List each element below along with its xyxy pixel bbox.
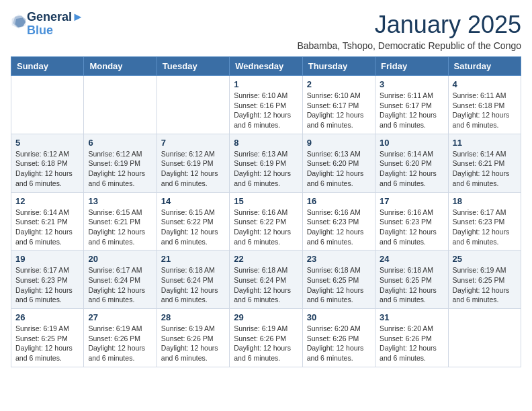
day-info: Sunrise: 6:10 AMSunset: 6:16 PMDaylight:… [234,91,298,130]
weekday-header: Tuesday [157,57,229,76]
day-number: 2 [307,79,371,89]
day-number: 30 [307,312,371,322]
day-info: Sunrise: 6:16 AMSunset: 6:23 PMDaylight:… [380,208,443,247]
day-info: Sunrise: 6:13 AMSunset: 6:19 PMDaylight:… [234,149,298,189]
day-number: 28 [161,312,225,322]
day-number: 5 [15,138,79,148]
calendar-week-row: 26Sunrise: 6:19 AMSunset: 6:25 PMDayligh… [11,309,521,367]
day-number: 19 [15,254,79,264]
calendar-week-row: 12Sunrise: 6:14 AMSunset: 6:21 PMDayligh… [11,192,521,250]
day-info: Sunrise: 6:12 AMSunset: 6:18 PMDaylight:… [15,149,79,189]
calendar-cell: 8Sunrise: 6:13 AMSunset: 6:19 PMDaylight… [230,134,302,192]
calendar-week-row: 19Sunrise: 6:17 AMSunset: 6:23 PMDayligh… [11,250,521,309]
day-info: Sunrise: 6:12 AMSunset: 6:19 PMDaylight:… [88,149,152,189]
calendar-table: SundayMondayTuesdayWednesdayThursdayFrid… [11,56,521,367]
day-number: 10 [380,138,443,148]
day-number: 16 [307,196,371,206]
calendar-cell: 27Sunrise: 6:19 AMSunset: 6:26 PMDayligh… [84,309,157,367]
logo-text-line1: General► [27,11,84,24]
day-number: 26 [15,312,79,322]
day-number: 31 [380,312,443,322]
day-info: Sunrise: 6:18 AMSunset: 6:24 PMDaylight:… [234,265,298,305]
day-info: Sunrise: 6:18 AMSunset: 6:25 PMDaylight:… [307,265,371,305]
day-info: Sunrise: 6:15 AMSunset: 6:22 PMDaylight:… [161,208,225,247]
weekday-header: Saturday [448,57,521,76]
calendar-cell: 1Sunrise: 6:10 AMSunset: 6:16 PMDaylight… [230,76,302,134]
day-number: 4 [453,79,517,89]
calendar-cell: 17Sunrise: 6:16 AMSunset: 6:23 PMDayligh… [375,192,448,250]
day-info: Sunrise: 6:15 AMSunset: 6:21 PMDaylight:… [88,208,152,247]
calendar-cell: 25Sunrise: 6:19 AMSunset: 6:25 PMDayligh… [448,250,521,309]
calendar-cell: 6Sunrise: 6:12 AMSunset: 6:19 PMDaylight… [84,134,157,192]
day-info: Sunrise: 6:16 AMSunset: 6:23 PMDaylight:… [307,208,371,247]
calendar-cell: 19Sunrise: 6:17 AMSunset: 6:23 PMDayligh… [11,250,84,309]
day-number: 12 [15,196,79,206]
calendar-cell: 3Sunrise: 6:11 AMSunset: 6:17 PMDaylight… [375,76,448,134]
day-info: Sunrise: 6:11 AMSunset: 6:18 PMDaylight:… [453,91,517,130]
calendar-cell: 24Sunrise: 6:18 AMSunset: 6:25 PMDayligh… [375,250,448,309]
day-info: Sunrise: 6:14 AMSunset: 6:21 PMDaylight:… [15,208,79,247]
calendar-cell: 26Sunrise: 6:19 AMSunset: 6:25 PMDayligh… [11,309,84,367]
weekday-header: Thursday [302,57,375,76]
day-info: Sunrise: 6:10 AMSunset: 6:17 PMDaylight:… [307,91,371,130]
calendar-cell: 10Sunrise: 6:14 AMSunset: 6:20 PMDayligh… [375,134,448,192]
logo-icon [11,13,27,30]
day-number: 1 [234,79,298,89]
day-info: Sunrise: 6:17 AMSunset: 6:23 PMDaylight:… [453,208,517,247]
day-info: Sunrise: 6:14 AMSunset: 6:21 PMDaylight:… [453,149,517,189]
weekday-header: Sunday [11,57,84,76]
calendar-cell: 2Sunrise: 6:10 AMSunset: 6:17 PMDaylight… [302,76,375,134]
location-subtitle: Babamba, Tshopo, Democratic Republic of … [297,40,521,51]
day-number: 13 [88,196,152,206]
day-info: Sunrise: 6:19 AMSunset: 6:25 PMDaylight:… [453,265,517,305]
calendar-cell: 22Sunrise: 6:18 AMSunset: 6:24 PMDayligh… [230,250,302,309]
calendar-cell: 7Sunrise: 6:12 AMSunset: 6:19 PMDaylight… [157,134,229,192]
calendar-cell: 16Sunrise: 6:16 AMSunset: 6:23 PMDayligh… [302,192,375,250]
logo-text-line2: Blue [27,24,84,38]
calendar-cell: 14Sunrise: 6:15 AMSunset: 6:22 PMDayligh… [157,192,229,250]
day-number: 20 [88,254,152,264]
day-info: Sunrise: 6:20 AMSunset: 6:26 PMDaylight:… [380,324,443,363]
logo: General► Blue [11,11,84,38]
day-number: 23 [307,254,371,264]
day-info: Sunrise: 6:19 AMSunset: 6:26 PMDaylight:… [161,324,225,363]
calendar-week-row: 1Sunrise: 6:10 AMSunset: 6:16 PMDaylight… [11,76,521,134]
day-number: 21 [161,254,225,264]
day-number: 18 [453,196,517,206]
calendar-cell: 5Sunrise: 6:12 AMSunset: 6:18 PMDaylight… [11,134,84,192]
day-number: 9 [307,138,371,148]
day-info: Sunrise: 6:19 AMSunset: 6:26 PMDaylight:… [234,324,298,363]
calendar-cell: 21Sunrise: 6:18 AMSunset: 6:24 PMDayligh… [157,250,229,309]
day-info: Sunrise: 6:19 AMSunset: 6:25 PMDaylight:… [15,324,79,363]
day-info: Sunrise: 6:11 AMSunset: 6:17 PMDaylight:… [380,91,443,130]
calendar-cell: 4Sunrise: 6:11 AMSunset: 6:18 PMDaylight… [448,76,521,134]
calendar-week-row: 5Sunrise: 6:12 AMSunset: 6:18 PMDaylight… [11,134,521,192]
page-header: General► Blue January 2025 Babamba, Tsho… [11,11,521,51]
calendar-cell: 31Sunrise: 6:20 AMSunset: 6:26 PMDayligh… [375,309,448,367]
calendar-cell: 9Sunrise: 6:13 AMSunset: 6:20 PMDaylight… [302,134,375,192]
calendar-cell: 11Sunrise: 6:14 AMSunset: 6:21 PMDayligh… [448,134,521,192]
day-info: Sunrise: 6:13 AMSunset: 6:20 PMDaylight:… [307,149,371,189]
calendar-cell: 18Sunrise: 6:17 AMSunset: 6:23 PMDayligh… [448,192,521,250]
calendar-cell: 30Sunrise: 6:20 AMSunset: 6:26 PMDayligh… [302,309,375,367]
day-number: 24 [380,254,443,264]
weekday-header: Monday [84,57,157,76]
day-number: 14 [161,196,225,206]
day-number: 3 [380,79,443,89]
title-block: January 2025 Babamba, Tshopo, Democratic… [297,11,521,51]
day-number: 27 [88,312,152,322]
day-number: 22 [234,254,298,264]
calendar-cell: 15Sunrise: 6:16 AMSunset: 6:22 PMDayligh… [230,192,302,250]
day-info: Sunrise: 6:19 AMSunset: 6:26 PMDaylight:… [88,324,152,363]
calendar-header-row: SundayMondayTuesdayWednesdayThursdayFrid… [11,57,521,76]
calendar-cell: 20Sunrise: 6:17 AMSunset: 6:24 PMDayligh… [84,250,157,309]
day-info: Sunrise: 6:14 AMSunset: 6:20 PMDaylight:… [380,149,443,189]
weekday-header: Friday [375,57,448,76]
day-number: 7 [161,138,225,148]
calendar-cell [11,76,84,134]
day-info: Sunrise: 6:17 AMSunset: 6:23 PMDaylight:… [15,265,79,305]
calendar-cell: 12Sunrise: 6:14 AMSunset: 6:21 PMDayligh… [11,192,84,250]
day-number: 17 [380,196,443,206]
day-number: 29 [234,312,298,322]
day-number: 15 [234,196,298,206]
